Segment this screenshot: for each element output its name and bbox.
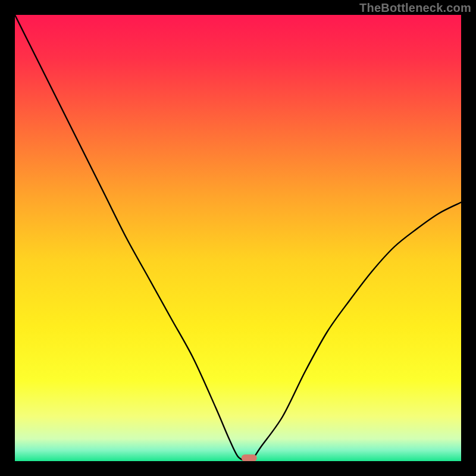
chart-frame: TheBottleneck.com (0, 0, 476, 476)
minimum-marker (242, 455, 257, 461)
bottleneck-chart (15, 15, 461, 461)
watermark: TheBottleneck.com (359, 1, 471, 15)
chart-background (15, 15, 461, 461)
